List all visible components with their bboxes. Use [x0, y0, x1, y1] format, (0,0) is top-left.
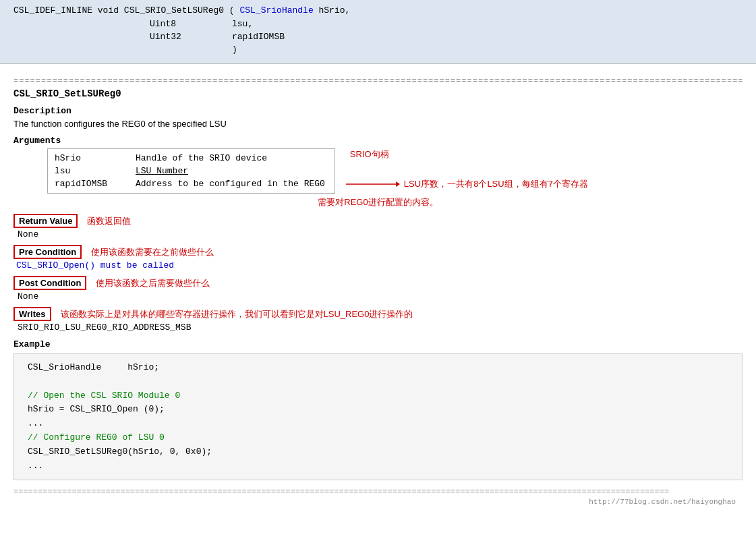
header-section: CSL_IDEF_INLINE void CSL_SRIO_SetLSUReg0… — [0, 0, 756, 64]
example-line-4: ... — [28, 459, 728, 474]
return-value-label: Return Value — [13, 214, 78, 228]
arg-name-2: rapidIOMSB — [52, 177, 133, 190]
param-type-0: Uint8 — [150, 18, 231, 30]
arg-desc-0: Handle of the SRIO device — [133, 152, 330, 165]
post-condition-value: None — [18, 291, 38, 302]
example-line-blank — [28, 375, 728, 389]
pre-condition-row: CSL_SRIO_Open() must be called — [16, 260, 743, 270]
post-condition-label: Post Condition — [13, 276, 86, 290]
post-condition-row: None — [16, 291, 743, 302]
param-name-0: lsu, — [232, 18, 313, 30]
param-type-1: Uint32 — [150, 31, 231, 42]
func-prefix: CSL_IDEF_INLINE void CSL_SRIO_SetLSUReg0… — [13, 5, 239, 16]
example-comment-0: // Open the CSL SRIO Module 0 — [28, 389, 728, 403]
param-row-2: ) — [150, 44, 313, 55]
param-row-1: Uint32 rapidIOMSB — [150, 31, 313, 42]
example-comment-1: // Configure REG0 of LSU 0 — [28, 431, 728, 445]
func-link[interactable]: CSL_SrioHandle — [239, 5, 313, 16]
main-content: ========================================… — [0, 64, 756, 513]
writes-annotation: 该函数实际上是对具体的哪些寄存器进行操作，我们可以看到它是对LSU_REG0进行… — [61, 308, 413, 320]
param-name-2: ) — [232, 44, 313, 55]
return-value-section: Return Value 函数返回值 — [13, 214, 743, 228]
pre-condition-label: Pre Condition — [13, 245, 82, 259]
lsu-arrow-icon — [346, 180, 400, 188]
example-heading: Example — [13, 339, 743, 349]
arg-row-0: hSrio Handle of the SRIO device — [52, 152, 330, 165]
separator-top: ========================================… — [13, 76, 743, 86]
func-params-table: Uint8 lsu, Uint32 rapidIOMSB ) — [148, 17, 314, 57]
args-table: hSrio Handle of the SRIO device lsu LSU … — [52, 152, 330, 190]
param-name-1: rapidIOMSB — [232, 31, 313, 42]
svg-marker-1 — [396, 181, 400, 187]
lsu-annotation-text: LSU序数，一共有8个LSU组，每组有7个寄存器 — [404, 178, 588, 190]
watermark: http://77blog.csdn.net/haiyonghao — [13, 498, 743, 506]
post-condition-annotation: 使用该函数之后需要做些什么 — [96, 277, 210, 289]
return-value: None — [18, 229, 38, 239]
side-annotations: SRIO句柄 LSU序数，一共有8个LSU组，每组有7个寄存器 — [346, 148, 588, 190]
description-text: The function configures the REG0 of the … — [13, 119, 743, 129]
hsrio-annotation: SRIO句柄 — [346, 148, 588, 161]
arg-row-1: lsu LSU Number — [52, 165, 330, 177]
rego-config-note: 需要对REG0进行配置的内容。 — [13, 196, 743, 208]
writes-label: Writes — [13, 307, 51, 321]
example-line-0: CSL_SrioHandle hSrio; — [28, 361, 728, 375]
func-signature: CSL_IDEF_INLINE void CSL_SRIO_SetLSUReg0… — [13, 5, 743, 57]
page-wrapper: CSL_IDEF_INLINE void CSL_SRIO_SetLSUReg0… — [0, 0, 756, 513]
pre-condition-annotation: 使用该函数需要在之前做些什么 — [91, 246, 214, 258]
arg-name-0: hSrio — [52, 152, 133, 165]
func-after-link: hSrio, — [314, 5, 351, 16]
writes-value: SRIO_RIO_LSU_REG0_RIO_ADDRESS_MSB — [18, 322, 191, 333]
hsrio-annotation-text: SRIO句柄 — [350, 148, 389, 161]
arg-row-2: rapidIOMSB Address to be configured in t… — [52, 177, 330, 190]
param-type-2 — [150, 44, 231, 55]
example-line-3: CSL_SRIO_SetLSUReg0(hSrio, 0, 0x0); — [28, 445, 728, 459]
arguments-heading: Arguments — [13, 136, 743, 146]
arg-desc-2: Address to be configured in the REG0 — [133, 177, 330, 190]
example-line-2: ... — [28, 417, 728, 431]
post-condition-section: Post Condition 使用该函数之后需要做些什么 — [13, 276, 743, 290]
pre-condition-value: CSL_SRIO_Open() must be called — [16, 260, 174, 270]
doc-title: CSL_SRIO_SetLSUReg0 — [13, 88, 743, 99]
return-value-row: None — [16, 229, 743, 239]
example-box: CSL_SrioHandle hSrio; // Open the CSL SR… — [13, 353, 743, 480]
args-table-block: hSrio Handle of the SRIO device lsu LSU … — [47, 148, 335, 194]
pre-condition-section: Pre Condition 使用该函数需要在之前做些什么 — [13, 245, 743, 259]
example-line-1: hSrio = CSL_SRIO_Open (0); — [28, 403, 728, 417]
description-heading: Description — [13, 106, 743, 116]
arg-desc-1: LSU Number — [133, 165, 330, 177]
writes-section: Writes 该函数实际上是对具体的哪些寄存器进行操作，我们可以看到它是对LSU… — [13, 307, 743, 321]
writes-row: SRIO_RIO_LSU_REG0_RIO_ADDRESS_MSB — [16, 322, 743, 333]
lsu-annotation: LSU序数，一共有8个LSU组，每组有7个寄存器 — [346, 178, 588, 190]
arg-name-1: lsu — [52, 165, 133, 177]
return-value-annotation: 函数返回值 — [87, 215, 131, 227]
param-row-0: Uint8 lsu, — [150, 18, 313, 30]
separator-bottom: ========================================… — [13, 487, 743, 496]
args-with-annotations: hSrio Handle of the SRIO device lsu LSU … — [47, 148, 743, 194]
